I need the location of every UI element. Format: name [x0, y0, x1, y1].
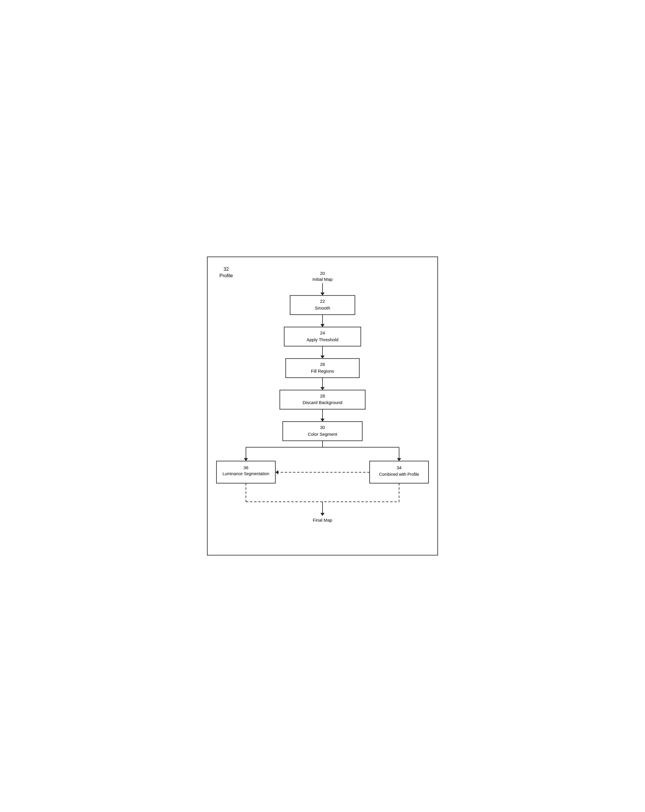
node-34-text: Combined with Profile: [379, 472, 419, 477]
arrowhead-26-28: [320, 387, 325, 390]
node-22-text: Smooth: [315, 306, 330, 310]
node-24-text: Apply Threshold: [306, 337, 338, 342]
node-26-box: [286, 359, 360, 378]
arrowhead-left: [244, 458, 248, 461]
arrowhead-24-26: [320, 356, 325, 359]
profile-label: 32 Profile: [220, 266, 233, 279]
arrowhead-20-22: [320, 293, 325, 296]
arrowhead-final: [320, 513, 325, 516]
node-36-label: 36: [244, 466, 249, 470]
node-24-box: [284, 327, 361, 346]
arrowhead-right: [397, 458, 401, 461]
node-26-text: Fill Regions: [311, 369, 334, 374]
node-28-box: [280, 390, 365, 409]
node-22-box: [290, 296, 355, 315]
diagram-container: 32 Profile 20 Initial Map 22 Smooth 24 A…: [207, 256, 438, 556]
profile-text: Profile: [220, 273, 233, 278]
node-28-text: Discard Background: [303, 400, 342, 405]
node-26-label: 26: [320, 362, 325, 367]
node-30-label: 30: [320, 425, 325, 430]
arrowhead-28-30: [320, 418, 325, 421]
node-30-box: [283, 421, 363, 441]
arrowhead-22-24: [320, 324, 325, 327]
node-20-text: Initial Map: [313, 277, 332, 282]
node-24-label: 24: [320, 331, 325, 335]
profile-number: 32: [224, 267, 229, 272]
node-28-label: 28: [320, 394, 325, 398]
node-20-label: 20: [320, 271, 325, 276]
flowchart-svg: 20 Initial Map 22 Smooth 24 Apply Thresh…: [213, 266, 432, 543]
node-22-label: 22: [320, 299, 325, 304]
arrowhead-dashed-left: [275, 470, 278, 474]
node-36-text: Luminance Segmentation: [223, 471, 270, 476]
node-34-label: 34: [396, 466, 401, 470]
node-30-text: Color Segment: [308, 432, 337, 437]
final-map-text: Final Map: [313, 518, 332, 523]
